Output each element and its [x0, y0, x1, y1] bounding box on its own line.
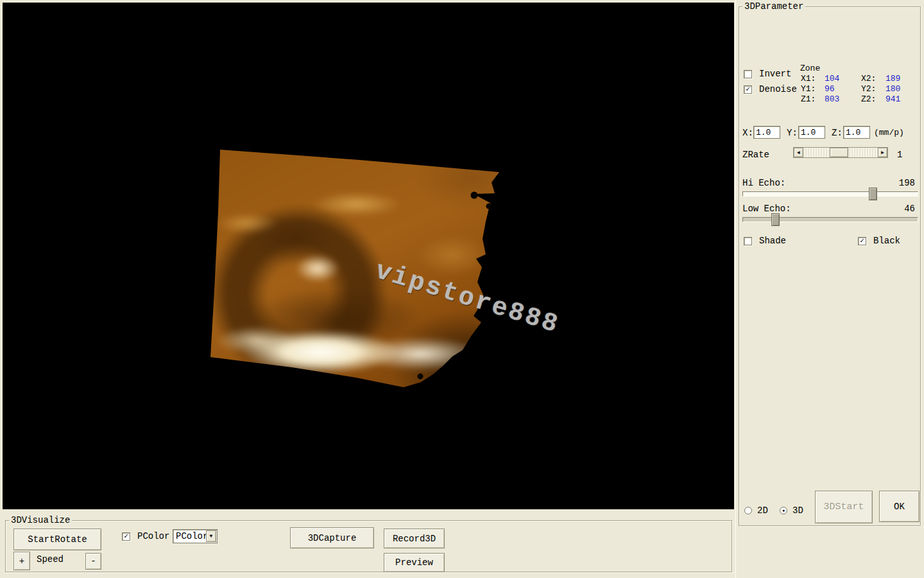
zone-y2-value: 180: [886, 84, 900, 94]
render-viewport[interactable]: vipstore888: [3, 3, 734, 509]
capture-3d-button[interactable]: 3DCapture: [290, 527, 374, 548]
ultrasound-specks: [209, 146, 507, 390]
speed-plus-button[interactable]: +: [13, 552, 30, 570]
mode-3d-label: 3D: [792, 505, 803, 516]
speed-minus-button[interactable]: -: [85, 553, 101, 570]
hi-echo-track[interactable]: [742, 191, 918, 197]
zrate-scrollbar[interactable]: ◄ ►: [793, 147, 888, 158]
scale-x-input[interactable]: [753, 126, 780, 139]
speed-label: Speed: [37, 554, 64, 565]
scale-x-label: X:: [742, 128, 753, 138]
hi-echo-value: 198: [899, 178, 915, 188]
hi-echo-thumb[interactable]: [869, 188, 877, 200]
zrate-right-arrow[interactable]: ►: [878, 148, 887, 157]
scale-unit-label: (mm/p): [874, 128, 904, 137]
parameter-panel: 3DParameter Invert ✓ Denoise Zone X1: 10…: [735, 0, 924, 578]
parameter-group-title: 3DParameter: [742, 1, 805, 12]
visualize-groupbox: 3DVisualize StartRotate ✓ PColor PColor …: [5, 520, 732, 572]
zone-z1-value: 803: [825, 94, 839, 104]
zone-x2-value: 189: [886, 74, 900, 83]
zone-y1-value: 96: [825, 84, 835, 94]
start3d-button[interactable]: 3DStart: [815, 491, 873, 523]
zone-x1-label: X1:: [801, 74, 816, 83]
denoise-label: Denoise: [759, 84, 797, 94]
application-window: vipstore888 3DParameter Invert ✓ Denoise…: [0, 0, 924, 578]
pcolor-checkbox[interactable]: ✓: [122, 532, 130, 541]
scale-y-label: Y:: [787, 128, 798, 138]
black-label: Black: [873, 236, 900, 246]
preview-button[interactable]: Preview: [384, 553, 445, 572]
denoise-checkbox[interactable]: ✓: [744, 85, 752, 94]
pcolor-select-value: PColor: [176, 531, 208, 541]
black-checkbox[interactable]: ✓: [858, 237, 866, 245]
pcolor-label: PColor: [137, 531, 169, 541]
invert-label: Invert: [759, 69, 791, 79]
zone-y2-label: Y2:: [861, 84, 876, 94]
hi-echo-label: Hi Echo:: [742, 178, 785, 188]
scale-z-label: Z:: [832, 128, 843, 138]
zone-z2-value: 941: [886, 94, 900, 104]
zone-title: Zone: [800, 64, 820, 73]
zrate-label: ZRate: [742, 150, 769, 160]
low-echo-track[interactable]: [742, 217, 918, 222]
record-3d-button[interactable]: Record3D: [384, 529, 445, 548]
mode-3d-radio[interactable]: ●: [780, 507, 787, 514]
zrate-value: 1: [897, 150, 902, 160]
low-echo-label: Low Echo:: [742, 204, 791, 214]
zrate-thumb[interactable]: [830, 148, 848, 157]
ultrasound-3d-render: [209, 146, 507, 390]
scale-y-input[interactable]: [798, 126, 825, 139]
scale-z-input[interactable]: [843, 126, 870, 139]
zone-z2-label: Z2:: [861, 94, 876, 104]
zone-z1-label: Z1:: [801, 94, 816, 104]
shade-label: Shade: [759, 236, 786, 246]
mode-2d-label: 2D: [757, 505, 768, 516]
mode-2d-radio[interactable]: [744, 507, 752, 514]
chevron-down-icon[interactable]: ▼: [206, 530, 216, 542]
low-echo-thumb[interactable]: [771, 213, 780, 226]
zone-x1-value: 104: [825, 74, 839, 83]
invert-checkbox[interactable]: [744, 70, 752, 78]
shade-checkbox[interactable]: [744, 237, 752, 245]
zone-x2-label: X2:: [861, 74, 876, 83]
zrate-left-arrow[interactable]: ◄: [794, 148, 803, 157]
zone-y1-label: Y1:: [801, 84, 816, 94]
parameter-groupbox: 3DParameter Invert ✓ Denoise Zone X1: 10…: [739, 6, 921, 526]
low-echo-value: 46: [904, 204, 915, 214]
visualize-group-title: 3DVisualize: [9, 515, 72, 525]
start-rotate-button[interactable]: StartRotate: [13, 529, 101, 550]
pcolor-select[interactable]: PColor ▼: [173, 529, 218, 543]
ok-button[interactable]: OK: [879, 491, 920, 522]
